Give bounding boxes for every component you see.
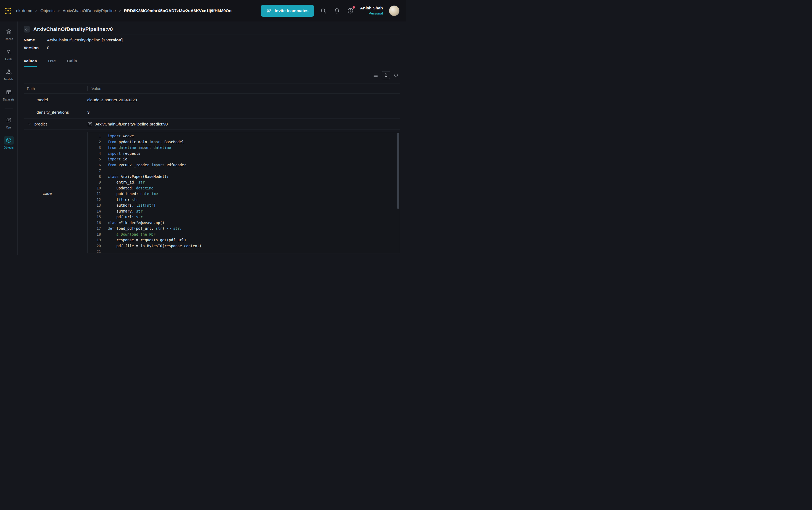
topbar-right: Invite teammates	[261, 5, 399, 17]
user-menu[interactable]: Anish Shah Personal	[360, 5, 383, 16]
sidebar-label-datasets: Datasets	[3, 98, 14, 101]
sidebar-label-evals: Evals	[5, 57, 12, 61]
wandb-logo-icon	[5, 7, 11, 14]
code-line: 9 entry_id: str	[88, 179, 400, 186]
datasets-icon	[4, 88, 14, 96]
code-line: 1import weave	[88, 133, 400, 139]
sidebar-item-objects[interactable]: Objects	[0, 136, 18, 149]
op-ref-link[interactable]: ArxivChainOfDensityPipeline.predict:v0	[95, 122, 168, 126]
row-height-icon	[373, 73, 378, 78]
user-name: Anish Shah	[360, 5, 383, 11]
invite-teammates-icon	[266, 8, 272, 14]
bell-icon	[334, 8, 340, 14]
code-line: 4import requests	[88, 151, 400, 157]
sidebar-item-datasets[interactable]: Datasets	[0, 88, 18, 101]
tab-use[interactable]: Use	[48, 59, 56, 67]
op-icon	[87, 121, 93, 127]
search-icon	[320, 8, 327, 14]
breadcrumb-project[interactable]: ok-demo	[16, 8, 32, 13]
version-label: Version	[24, 46, 47, 50]
expand-values-button[interactable]	[382, 71, 390, 79]
row-path-label: predict	[34, 122, 47, 126]
ops-icon	[4, 116, 14, 124]
invite-teammates-button[interactable]: Invite teammates	[261, 5, 314, 17]
code-line: 19 response = requests.get(pdf_url)	[88, 237, 400, 243]
evals-icon	[4, 48, 14, 56]
help-notification-dot	[353, 6, 355, 8]
code-line: 14 summary: str	[88, 208, 400, 215]
code-line: 3from datetime import datetime	[88, 145, 400, 151]
tab-calls[interactable]: Calls	[67, 59, 77, 67]
wandb-logo[interactable]	[4, 6, 12, 15]
breadcrumb: ok-demo > Objects > ArxivChainOfDensityP…	[16, 8, 232, 13]
object-meta: Name ArxivChainOfDensityPipeline[1 versi…	[24, 34, 400, 53]
breadcrumb-separator: >	[32, 8, 40, 13]
code-line: 15 pdf_url: str	[88, 214, 400, 220]
sidebar-item-traces[interactable]: Traces	[0, 27, 18, 40]
version-value: 0	[47, 46, 50, 50]
breadcrumb-separator: >	[55, 8, 63, 13]
sidebar-label-objects: Objects	[4, 146, 14, 149]
row-value: ArxivChainOfDensityPipeline.predict:v0	[87, 121, 400, 127]
app-root: ok-demo > Objects > ArxivChainOfDensityP…	[0, 0, 406, 255]
tab-values[interactable]: Values	[24, 59, 37, 67]
row-value: claude-3-sonnet-20240229	[87, 97, 400, 103]
code-line: 12 title: str	[88, 197, 400, 203]
code-line: 13 authors: list[str]	[88, 203, 400, 208]
help-button[interactable]	[347, 7, 354, 15]
code-line: 16class="tk-dec">@weave.op()	[88, 220, 400, 226]
table-row-predict[interactable]: predict ArxivChainOfDensityPipeline.pred…	[24, 118, 400, 130]
code-line: 8class ArxivPaper(BaseModel):	[88, 174, 400, 180]
table-row-code: code 1import weave2from pydantic.main im…	[24, 130, 400, 255]
code-line: 18 # Download the PDF	[88, 232, 400, 237]
code-line: 7	[88, 168, 400, 174]
breadcrumb-objects[interactable]: Objects	[40, 8, 55, 13]
code-lines: 1import weave2from pydantic.main import …	[88, 133, 400, 253]
breadcrumb-object-name[interactable]: ArxivChainOfDensityPipeline	[63, 8, 116, 13]
path-column-header: Path	[24, 87, 87, 91]
expand-collapse-icon	[383, 73, 389, 78]
sidebar: Traces Evals Models	[0, 22, 18, 255]
code-line: 20 pdf_file = io.BytesIO(response.conten…	[88, 243, 400, 249]
object-type-icon	[24, 26, 30, 32]
code-line: 6from PyPDF2._reader import PdfReader	[88, 162, 400, 168]
name-value: ArxivChainOfDensityPipeline[1 version]	[47, 38, 123, 42]
avatar[interactable]	[389, 5, 399, 16]
invite-teammates-label: Invite teammates	[275, 8, 308, 13]
values-table: Path Value model claude-3-sonnet-2024022…	[24, 84, 400, 255]
row-path: model	[24, 97, 87, 103]
chevron-down-icon[interactable]	[28, 122, 32, 126]
tabs: Values Use Calls	[24, 59, 400, 67]
main-content: ArxivChainOfDensityPipeline:v0 Name Arxi…	[18, 22, 406, 255]
row-path: density_iterations	[24, 110, 87, 115]
code-line: 17def load_pdf(pdf_url: str) -> str:	[88, 226, 400, 232]
code-scrollbar[interactable]	[397, 133, 399, 209]
table-row-density-iterations[interactable]: density_iterations 3	[24, 106, 400, 118]
code-view-button[interactable]	[392, 71, 400, 79]
row-height-button[interactable]	[372, 71, 380, 79]
notifications-button[interactable]	[333, 7, 341, 15]
sidebar-label-models: Models	[4, 78, 13, 81]
code-editor[interactable]: 1import weave2from pydantic.main import …	[87, 132, 400, 253]
row-path: code	[24, 132, 87, 255]
row-path: predict	[24, 122, 87, 126]
topbar: ok-demo > Objects > ArxivChainOfDensityP…	[0, 0, 406, 22]
code-line: 21	[88, 249, 400, 253]
page-title: ArxivChainOfDensityPipeline:v0	[33, 26, 113, 32]
name-label: Name	[24, 38, 47, 42]
table-row-model[interactable]: model claude-3-sonnet-20240229	[24, 94, 400, 106]
objects-icon	[4, 136, 14, 145]
sidebar-item-ops[interactable]: Ops	[0, 116, 18, 129]
code-line: 11 published: datetime	[88, 191, 400, 197]
help-icon	[347, 7, 354, 14]
breadcrumb-separator: >	[116, 8, 124, 13]
breadcrumb-object-hash: RRD8K38lG9mhrX5oOAD7zf3w2uA6KVxe1lj9fHkM…	[124, 8, 232, 13]
code-line: 10 updated: datetime	[88, 186, 400, 191]
version-count: [1 version]	[101, 38, 122, 42]
user-scope: Personal	[360, 11, 383, 16]
sidebar-item-models[interactable]: Models	[0, 68, 18, 81]
sidebar-label-ops: Ops	[6, 126, 11, 129]
search-button[interactable]	[320, 7, 327, 15]
code-line: 5import io	[88, 157, 400, 162]
sidebar-item-evals[interactable]: Evals	[0, 48, 18, 61]
